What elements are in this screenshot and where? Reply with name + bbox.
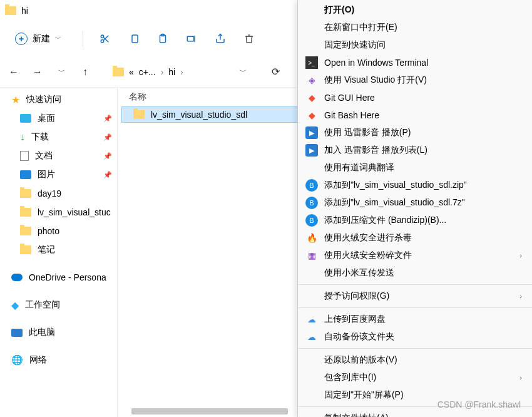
context-menu: 打开(O) 在新窗口中打开(E) 固定到快速访问 >_Open in Windo… <box>297 0 532 417</box>
onedrive-icon <box>11 274 23 281</box>
sidebar-onedrive[interactable]: OneDrive - Persona <box>0 268 117 287</box>
sidebar-network[interactable]: 🌐网络 <box>0 351 117 369</box>
ctx-baidu-upload[interactable]: ☁上传到百度网盘 <box>298 311 532 328</box>
sidebar-desktop[interactable]: 桌面📌 <box>0 109 117 128</box>
sidebar-photo[interactable]: photo <box>0 222 117 240</box>
shred-icon: ▦ <box>305 249 318 262</box>
visualstudio-icon: ◈ <box>305 74 318 86</box>
sidebar-lvsim[interactable]: lv_sim_visual_stuc <box>0 203 117 222</box>
separator <box>298 348 532 349</box>
svg-point-0 <box>101 35 104 38</box>
folder-icon <box>20 189 31 198</box>
window-title: hi <box>21 6 28 16</box>
share-icon[interactable] <box>213 32 227 46</box>
folder-icon <box>113 68 124 76</box>
ctx-thunder-play[interactable]: ▶使用 迅雷影音 播放(P) <box>298 124 532 142</box>
ctx-open-new-window[interactable]: 在新窗口中打开(E) <box>298 19 532 36</box>
cut-icon[interactable] <box>98 32 112 46</box>
ctx-add-7z[interactable]: B添加到"lv_sim_visual_studio_sdl.7z" <box>298 194 532 212</box>
folder-icon <box>20 227 31 235</box>
delete-icon[interactable] <box>242 32 256 46</box>
sidebar: ★快速访问 桌面📌 ↓下载📌 文档📌 图片📌 day19 lv_sim_visu… <box>0 88 118 417</box>
folder-icon <box>133 110 145 119</box>
thunder-icon: ▶ <box>305 144 318 157</box>
baidu-icon: ☁ <box>305 313 318 326</box>
crumb-part[interactable]: c+... <box>139 67 156 77</box>
ctx-include-library[interactable]: 包含到库中(I)› <box>298 369 532 386</box>
svg-rect-7 <box>187 36 194 41</box>
watermark: CSDN @Frank.shawl <box>437 399 521 409</box>
network-icon: 🌐 <box>11 354 23 366</box>
sidebar-quick-access[interactable]: ★快速访问 <box>0 90 117 109</box>
ctx-git-gui[interactable]: ◆Git GUI Here <box>298 89 532 106</box>
pin-icon: 📌 <box>103 171 112 179</box>
new-label: 新建 <box>33 33 50 44</box>
sidebar-day19[interactable]: day19 <box>0 184 117 203</box>
bandizip-icon: B <box>305 214 318 227</box>
file-name: lv_sim_visual_studio_sdl <box>151 110 247 120</box>
svg-rect-4 <box>132 35 138 43</box>
download-icon: ↓ <box>20 131 25 143</box>
forward-button[interactable]: → <box>31 66 44 78</box>
ctx-pin-quick[interactable]: 固定到快速访问 <box>298 36 532 54</box>
up-button[interactable]: ↑ <box>79 66 91 78</box>
ctx-thunder-list[interactable]: ▶加入 迅雷影音 播放列表(L) <box>298 142 532 159</box>
back-button[interactable]: ← <box>8 66 20 78</box>
ctx-youdao[interactable]: 使用有道词典翻译 <box>298 159 532 177</box>
ctx-open[interactable]: 打开(O) <box>298 1 532 19</box>
git-icon: ◆ <box>305 109 318 121</box>
ctx-windows-terminal[interactable]: >_Open in Windows Terminal <box>298 54 532 71</box>
ctx-huorong-scan[interactable]: 🔥使用火绒安全进行杀毒 <box>298 229 532 247</box>
document-icon <box>20 151 29 161</box>
pc-icon <box>11 329 23 337</box>
crumb-overflow[interactable]: « <box>129 67 134 77</box>
sidebar-downloads[interactable]: ↓下载📌 <box>0 128 117 147</box>
address-dropdown[interactable]: ﹀ <box>237 67 250 76</box>
chevron-right-icon: › <box>161 67 164 77</box>
paste-icon[interactable] <box>156 32 170 46</box>
bandizip-icon: B <box>305 179 318 192</box>
chevron-right-icon: › <box>180 67 183 77</box>
sidebar-documents[interactable]: 文档📌 <box>0 147 117 165</box>
pin-icon: 📌 <box>103 115 112 123</box>
window-folder-icon <box>5 6 16 15</box>
ctx-add-zip[interactable]: B添加到"lv_sim_visual_studio_sdl.zip" <box>298 177 532 194</box>
ctx-restore-previous[interactable]: 还原以前的版本(V) <box>298 351 532 369</box>
baidu-icon: ☁ <box>305 331 318 343</box>
submenu-arrow-icon: › <box>519 292 522 300</box>
picture-icon <box>20 170 31 179</box>
ctx-huorong-shred[interactable]: ▦使用火绒安全粉碎文件› <box>298 247 532 264</box>
ctx-bandizip[interactable]: B添加到压缩文件 (Bandizip)(B)... <box>298 212 532 229</box>
recent-dropdown[interactable]: ﹀ <box>55 67 68 76</box>
ctx-copy-address[interactable]: 复制文件地址(A) <box>298 409 532 417</box>
bandizip-icon: B <box>305 197 318 209</box>
ctx-baidu-backup[interactable]: ☁自动备份该文件夹 <box>298 328 532 346</box>
sidebar-pictures[interactable]: 图片📌 <box>0 165 117 184</box>
ctx-xiaomi[interactable]: 使用小米互传发送 <box>298 264 532 282</box>
sidebar-workspace[interactable]: ◆工作空间 <box>0 296 117 314</box>
copy-icon[interactable] <box>127 32 141 46</box>
sidebar-notes[interactable]: 笔记 <box>0 240 117 259</box>
folder-icon <box>20 245 31 254</box>
ctx-visual-studio[interactable]: ◈使用 Visual Studio 打开(V) <box>298 71 532 89</box>
rename-icon[interactable] <box>185 32 198 46</box>
folder-icon <box>20 208 31 217</box>
crumb-part[interactable]: hi <box>168 67 175 77</box>
breadcrumb[interactable]: « c+... › hi › <box>108 64 188 80</box>
sidebar-thispc[interactable]: 此电脑 <box>0 323 117 342</box>
ctx-grant-access[interactable]: 授予访问权限(G)› <box>298 287 532 305</box>
separator <box>298 284 532 285</box>
refresh-button[interactable]: ⟳ <box>270 66 282 78</box>
ctx-git-bash[interactable]: ◆Git Bash Here <box>298 106 532 124</box>
submenu-arrow-icon: › <box>519 374 522 381</box>
terminal-icon: >_ <box>305 56 318 69</box>
scrollbar[interactable] <box>131 408 288 414</box>
separator <box>83 31 83 47</box>
plus-icon: + <box>15 33 28 45</box>
new-button[interactable]: + 新建 ﹀ <box>9 29 68 49</box>
git-icon: ◆ <box>305 91 318 104</box>
submenu-arrow-icon: › <box>519 252 522 259</box>
separator <box>298 307 532 308</box>
pin-icon: 📌 <box>103 152 112 160</box>
svg-point-1 <box>101 40 104 43</box>
